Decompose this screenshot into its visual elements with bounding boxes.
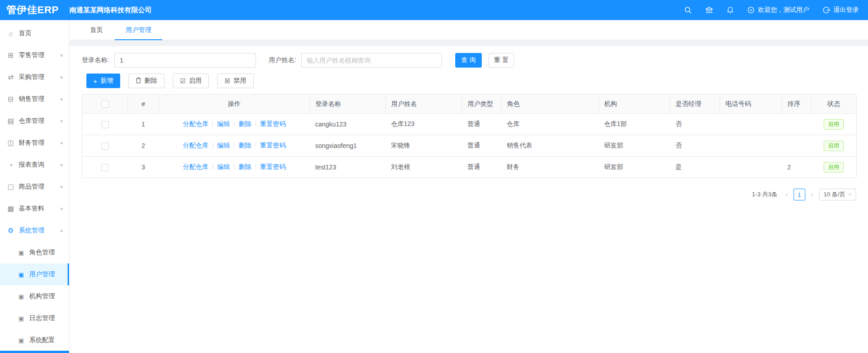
tab-home[interactable]: 首页 <box>86 20 107 40</box>
edit-link[interactable]: 编辑 <box>217 142 230 149</box>
divider <box>256 121 256 126</box>
pagination-total: 1-3 共3条 <box>752 190 777 199</box>
sidebar-item-home[interactable]: ⌂ 首页 <box>0 22 69 44</box>
page-number-button[interactable]: 1 <box>793 189 805 200</box>
sidebar-item-label: 日志管理 <box>29 314 63 322</box>
sidebar-item-system[interactable]: ⚙ 系统管理 ∧ <box>0 220 69 242</box>
assign-warehouse-link[interactable]: 分配仓库 <box>183 120 208 127</box>
reset-password-link[interactable]: 重置密码 <box>260 142 286 149</box>
bag-icon: ▢ <box>7 183 15 191</box>
prev-page-icon[interactable]: ‹ <box>784 190 789 199</box>
logout-button[interactable]: 退出登录 <box>823 6 859 14</box>
sidebar-item-purchase[interactable]: ⇄ 采购管理 ∨ <box>0 66 69 88</box>
assign-warehouse-link[interactable]: 分配仓库 <box>183 163 208 170</box>
role-cell: 仓库 <box>501 114 599 135</box>
sidebar-item-label: 基本资料 <box>19 205 60 213</box>
submenu-icon: ▣ <box>17 249 25 256</box>
page-size-select[interactable]: 10 条/页 ∨ <box>819 189 856 200</box>
finance-icon: ◫ <box>7 139 15 147</box>
sidebar-item-log-mgmt[interactable]: ▣ 日志管理 <box>0 307 69 329</box>
search-icon[interactable] <box>684 6 692 14</box>
enable-label: 启用 <box>189 77 202 85</box>
row-index: 2 <box>128 135 159 157</box>
delete-link[interactable]: 删除 <box>239 142 251 149</box>
sidebar-item-products[interactable]: ▢ 商品管理 ∨ <box>0 176 69 198</box>
sidebar-item-basic-data[interactable]: ▦ 基本资料 ∨ <box>0 198 69 220</box>
sidebar-item-retail[interactable]: ⊞ 零售管理 ∨ <box>0 44 69 66</box>
page-content: 登录名称: 用户姓名: 查 询 重置 + 新增 删除 ☑ 启用 <box>70 46 868 200</box>
column-header-actions: 操作 <box>159 95 310 114</box>
user-welcome[interactable]: 欢迎您，测试用户 <box>747 6 809 14</box>
row-checkbox[interactable] <box>101 142 109 150</box>
chevron-down-icon: ∨ <box>59 53 64 57</box>
phone-cell <box>720 157 782 178</box>
login-name-input[interactable] <box>114 53 256 68</box>
disable-button[interactable]: ☒ 禁用 <box>217 74 254 88</box>
row-checkbox[interactable] <box>101 121 109 128</box>
column-header-phone: 电话号码 <box>720 95 782 114</box>
next-page-icon[interactable]: › <box>810 190 815 199</box>
bank-icon[interactable] <box>705 6 713 14</box>
user-name-input[interactable] <box>301 53 442 68</box>
sidebar-item-label: 首页 <box>19 29 63 37</box>
warehouse-icon: ▤ <box>7 117 15 125</box>
sidebar-item-org-mgmt[interactable]: ▣ 机构管理 <box>0 285 69 307</box>
manager-cell: 否 <box>670 135 720 157</box>
delete-link[interactable]: 删除 <box>239 163 251 170</box>
retail-icon: ⊞ <box>7 51 15 59</box>
chevron-down-icon: ∨ <box>59 97 64 101</box>
edit-link[interactable]: 编辑 <box>217 163 230 170</box>
sidebar-item-warehouse[interactable]: ▤ 仓库管理 ∨ <box>0 110 69 132</box>
login-name-cell: cangku123 <box>310 114 386 135</box>
chevron-down-icon: ∨ <box>59 184 64 189</box>
header-actions: 欢迎您，测试用户 退出登录 <box>684 6 868 14</box>
column-header-org: 机构 <box>599 95 670 114</box>
sort-cell: 2 <box>782 157 811 178</box>
user-name-cell: 刘老根 <box>386 157 462 178</box>
sidebar-item-user-mgmt[interactable]: ▣ 用户管理 <box>0 263 69 285</box>
status-badge: 启用 <box>824 119 844 130</box>
bell-icon[interactable] <box>727 6 734 14</box>
column-header-role: 角色 <box>501 95 599 114</box>
reset-password-link[interactable]: 重置密码 <box>260 120 286 127</box>
role-cell: 财务 <box>501 157 599 178</box>
divider <box>213 164 213 169</box>
sidebar-item-finance[interactable]: ◫ 财务管理 ∨ <box>0 132 69 154</box>
user-circle-icon <box>747 6 755 14</box>
page-size-value: 10 条/页 <box>824 190 846 199</box>
divider <box>234 121 234 126</box>
delete-label: 删除 <box>144 77 157 85</box>
delete-link[interactable]: 删除 <box>239 120 251 127</box>
add-button[interactable]: + 新增 <box>86 74 120 88</box>
logout-label: 退出登录 <box>833 6 859 14</box>
user-type-cell: 普通 <box>462 135 501 157</box>
assign-warehouse-link[interactable]: 分配仓库 <box>183 142 208 149</box>
sidebar-item-role-mgmt[interactable]: ▣ 角色管理 <box>0 242 69 263</box>
enable-button[interactable]: ☑ 启用 <box>173 74 209 88</box>
reset-button[interactable]: 重置 <box>489 53 514 68</box>
manager-cell: 否 <box>670 114 720 135</box>
purchase-icon: ⇄ <box>7 73 15 81</box>
filter-form: 登录名称: 用户姓名: 查 询 重置 <box>82 53 868 68</box>
edit-link[interactable]: 编辑 <box>217 120 230 127</box>
tab-bar: 首页 用户管理 <box>70 20 868 40</box>
reset-password-link[interactable]: 重置密码 <box>260 163 286 170</box>
search-button[interactable]: 查 询 <box>455 53 482 68</box>
sidebar-item-label: 系统管理 <box>19 227 60 235</box>
user-type-cell: 普通 <box>462 114 501 135</box>
tab-user-management[interactable]: 用户管理 <box>122 20 155 40</box>
content-gap <box>70 40 868 46</box>
submenu-icon: ▣ <box>17 293 25 300</box>
sidebar-item-label: 报表查询 <box>19 161 60 169</box>
select-all-checkbox[interactable] <box>101 100 109 108</box>
disable-label: 禁用 <box>234 77 246 85</box>
delete-button[interactable]: 删除 <box>128 74 165 88</box>
login-name-label: 登录名称: <box>82 56 109 64</box>
org-cell: 研发部 <box>599 135 670 157</box>
table-row: 1 分配仓库编辑删除重置密码 cangku123 仓库123 普通 仓库 仓库1… <box>82 114 857 135</box>
manager-cell: 是 <box>670 157 720 178</box>
row-checkbox[interactable] <box>101 164 109 171</box>
sidebar-item-system-config[interactable]: ▣ 系统配置 <box>0 329 69 351</box>
sidebar-item-reports[interactable]: ◔ 报表查询 ∨ <box>0 154 69 176</box>
sidebar-item-sales[interactable]: ⊟ 销售管理 ∨ <box>0 88 69 110</box>
